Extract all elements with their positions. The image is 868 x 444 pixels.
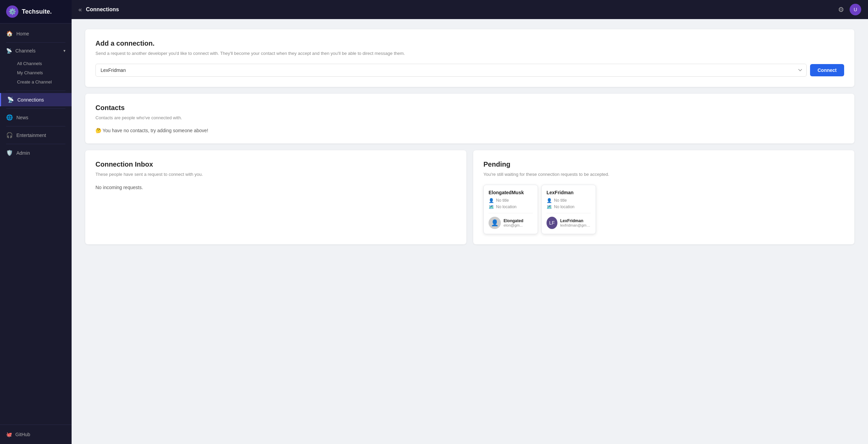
pending-user-lex: LexFridman 👤 No title 🗺️ No location LF: [541, 185, 596, 234]
settings-icon[interactable]: ⚙: [838, 5, 844, 14]
inbox-empty-message: No incoming requests.: [95, 185, 456, 190]
sidebar-item-github[interactable]: 🐙 GitHub: [6, 429, 65, 440]
sidebar-item-my-channels[interactable]: My Channels: [13, 68, 72, 77]
entertainment-label: Entertainment: [16, 133, 46, 138]
divider-3: [6, 108, 65, 109]
connect-row: LexFridman ElongatedMusk Connect: [95, 64, 844, 77]
inbox-subtitle: These people have sent a request to conn…: [95, 171, 456, 178]
elongated-title-row: 👤 No title: [489, 198, 533, 203]
lex-footer: LF LexFridman lexfridman@gma...: [547, 213, 591, 229]
channels-submenu: All Channels My Channels Create a Channe…: [0, 57, 72, 89]
pending-users-list: ElongatedMusk 👤 No title 🗺️ No location …: [483, 185, 844, 234]
lex-location: No location: [554, 204, 574, 209]
sidebar-item-admin[interactable]: 🛡️ Admin: [0, 146, 72, 159]
app-logo: ⚙️ Techsuite.: [0, 0, 72, 24]
divider-2: [6, 91, 65, 91]
person-icon-1: 👤: [489, 198, 494, 203]
elongated-location: No location: [496, 204, 517, 209]
lex-title-row: 👤 No title: [547, 198, 591, 203]
user-select[interactable]: LexFridman ElongatedMusk: [95, 64, 807, 77]
connect-button[interactable]: Connect: [810, 64, 844, 76]
github-icon: 🐙: [6, 432, 12, 437]
app-name: Techsuite.: [22, 8, 52, 15]
lex-display-name: LexFridman: [560, 218, 591, 223]
elongated-avatar: 👤: [489, 217, 501, 229]
connection-inbox-card: Connection Inbox These people have sent …: [85, 150, 466, 244]
topbar: « Connections ⚙ U: [72, 0, 868, 19]
pending-subtitle: You're still waiting for these connectio…: [483, 171, 844, 178]
lex-location-row: 🗺️ No location: [547, 204, 591, 210]
logo-icon: ⚙️: [6, 5, 18, 18]
lex-username: LexFridman: [547, 190, 591, 195]
page-title: Connections: [86, 6, 119, 13]
sidebar-item-entertainment[interactable]: 🎧 Entertainment: [0, 128, 72, 142]
elongated-username: ElongatedMusk: [489, 190, 533, 195]
pending-card: Pending You're still waiting for these c…: [473, 150, 854, 244]
sidebar-item-create-channel[interactable]: Create a Channel: [13, 77, 72, 87]
sidebar-item-home[interactable]: 🏠 Home: [0, 27, 72, 40]
news-icon: 🌐: [6, 114, 13, 121]
lex-avatar: LF: [547, 217, 557, 229]
content-area: Add a connection. Send a request to anot…: [72, 19, 868, 255]
admin-label: Admin: [16, 150, 30, 156]
elongated-footer: 👤 Elongated elon@gm...: [489, 213, 533, 229]
user-avatar[interactable]: U: [850, 4, 861, 15]
add-connection-card: Add a connection. Send a request to anot…: [85, 29, 854, 87]
connections-icon: 📡: [7, 96, 14, 103]
contacts-empty-message: 🤔 You have no contacts, try adding someo…: [95, 128, 844, 133]
sidebar-item-all-channels[interactable]: All Channels: [13, 59, 72, 68]
elongated-location-row: 🗺️ No location: [489, 204, 533, 210]
elongated-email: elon@gm...: [504, 223, 523, 227]
pending-title: Pending: [483, 160, 844, 168]
sidebar-item-home-label: Home: [16, 31, 29, 36]
sidebar-bottom: 🐙 GitHub: [0, 425, 72, 444]
location-icon-1: 🗺️: [489, 204, 494, 210]
main-area: « Connections ⚙ U Add a connection. Send…: [72, 0, 868, 444]
contacts-card: Contacts Contacts are people who've conn…: [85, 94, 854, 144]
lex-email: lexfridman@gma...: [560, 223, 591, 227]
back-button[interactable]: «: [78, 6, 82, 13]
sidebar-nav: 🏠 Home 📡 Channels ▾ All Channels My Chan…: [0, 24, 72, 425]
github-label: GitHub: [15, 432, 30, 437]
add-connection-title: Add a connection.: [95, 40, 844, 47]
admin-icon: 🛡️: [6, 150, 13, 156]
location-icon-2: 🗺️: [547, 204, 552, 210]
divider-5: [6, 144, 65, 144]
sidebar-item-connections[interactable]: 📡 Connections: [0, 93, 72, 106]
divider-4: [6, 126, 65, 126]
add-connection-subtitle: Send a request to another developer you'…: [95, 50, 844, 57]
divider-1: [6, 42, 65, 43]
entertainment-icon: 🎧: [6, 132, 13, 138]
channels-icon: 📡: [6, 48, 12, 53]
channels-label: Channels: [15, 48, 35, 53]
lex-title: No title: [554, 198, 567, 203]
two-col-section: Connection Inbox These people have sent …: [85, 150, 854, 244]
connections-label: Connections: [17, 97, 44, 103]
sidebar: ⚙️ Techsuite. 🏠 Home 📡 Channels ▾ All Ch…: [0, 0, 72, 444]
pending-user-elongated: ElongatedMusk 👤 No title 🗺️ No location …: [483, 185, 538, 234]
contacts-title: Contacts: [95, 104, 844, 112]
news-label: News: [16, 115, 28, 120]
inbox-title: Connection Inbox: [95, 160, 456, 168]
sidebar-item-news[interactable]: 🌐 News: [0, 111, 72, 124]
elongated-title: No title: [496, 198, 509, 203]
person-icon-2: 👤: [547, 198, 552, 203]
contacts-subtitle: Contacts are people who've connected wit…: [95, 114, 844, 121]
chevron-down-icon: ▾: [63, 48, 65, 53]
sidebar-channels-toggle[interactable]: 📡 Channels ▾: [0, 45, 72, 57]
home-icon: 🏠: [6, 30, 13, 37]
elongated-display-name: Elongated: [504, 218, 523, 223]
